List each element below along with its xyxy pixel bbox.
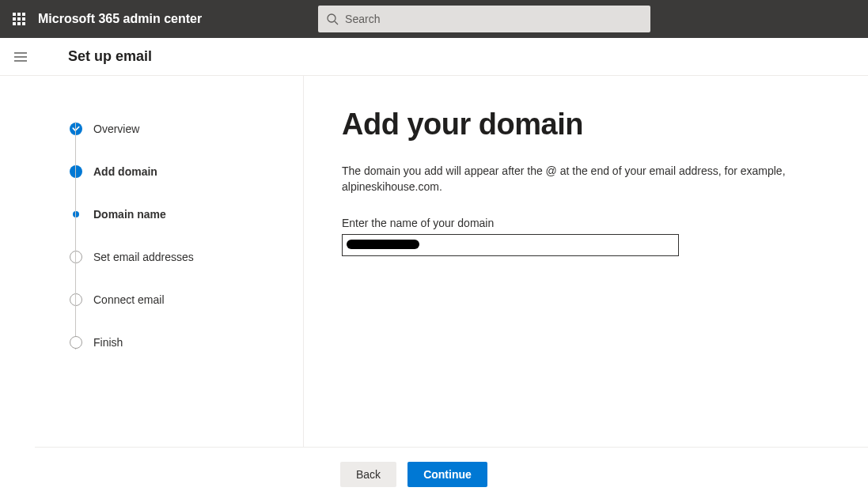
step-set-email-addresses[interactable]: Set email addresses <box>70 236 287 278</box>
page-header: Set up email <box>0 38 868 76</box>
step-label: Set email addresses <box>93 251 194 263</box>
step-future-icon <box>70 336 82 349</box>
svg-rect-7 <box>17 22 21 25</box>
svg-rect-1 <box>17 13 21 16</box>
step-label: Finish <box>93 336 123 349</box>
content-area: Overview Add domain Domain name Set emai… <box>35 76 868 448</box>
page-title: Set up email <box>68 48 152 65</box>
step-future-icon <box>70 251 82 263</box>
domain-input[interactable] <box>342 234 679 256</box>
substep-current-icon <box>73 211 79 217</box>
wizard-steps: Overview Add domain Domain name Set emai… <box>35 76 304 447</box>
step-future-icon <box>70 293 82 306</box>
continue-button[interactable]: Continue <box>407 462 487 487</box>
main-panel: Add your domain The domain you add will … <box>304 76 868 447</box>
svg-rect-0 <box>13 13 16 16</box>
svg-rect-3 <box>13 17 16 21</box>
search-container <box>318 6 650 32</box>
step-overview[interactable]: Overview <box>70 108 287 150</box>
step-connect-email[interactable]: Connect email <box>70 278 287 321</box>
domain-input-wrap <box>342 234 679 256</box>
step-finish[interactable]: Finish <box>70 321 287 364</box>
svg-rect-4 <box>17 17 21 21</box>
step-label: Domain name <box>93 208 166 221</box>
step-completed-icon <box>70 123 82 135</box>
step-label: Add domain <box>93 165 157 178</box>
step-label: Connect email <box>93 293 165 306</box>
brand-title: Microsoft 365 admin center <box>38 12 202 26</box>
svg-rect-8 <box>22 22 25 25</box>
step-current-icon <box>70 165 82 178</box>
main-description: The domain you add will appear after the… <box>342 164 836 195</box>
menu-icon[interactable] <box>5 41 36 73</box>
domain-field-label: Enter the name of your domain <box>342 217 836 229</box>
step-add-domain[interactable]: Add domain <box>70 150 287 193</box>
main-heading: Add your domain <box>342 108 836 142</box>
step-label: Overview <box>93 123 139 135</box>
wizard-footer: Back Continue <box>0 448 868 495</box>
top-bar: Microsoft 365 admin center <box>0 0 868 38</box>
app-launcher-icon[interactable] <box>6 6 32 32</box>
substep-domain-name[interactable]: Domain name <box>70 193 287 236</box>
svg-rect-6 <box>13 22 16 25</box>
search-input[interactable] <box>318 6 650 32</box>
back-button[interactable]: Back <box>340 462 396 487</box>
svg-rect-2 <box>22 13 25 16</box>
svg-rect-5 <box>22 17 25 21</box>
